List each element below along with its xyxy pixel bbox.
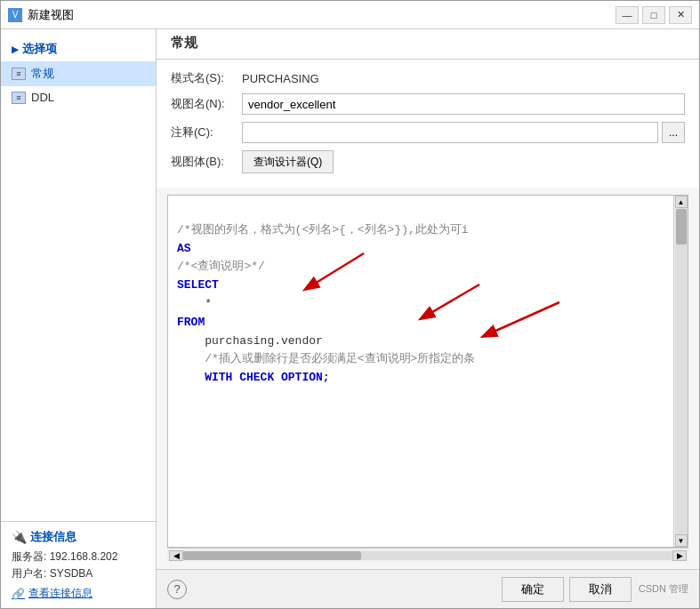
view-name-label: 视图名(N): [171, 96, 242, 112]
view-connection-label: 查看连接信息 [28, 586, 93, 601]
connection-info-header: 🔌 连接信息 [12, 529, 145, 545]
form-area: 模式名(S): PURCHASING 视图名(N): 注释(C): ... [157, 60, 699, 188]
content-area: ▶ 选择项 ≡ 常规 ≡ DDL 🔌 连接信息 [1, 29, 699, 608]
view-body-row: 视图体(B): 查询设计器(Q) [171, 150, 685, 173]
schema-row: 模式名(S): PURCHASING [171, 70, 685, 86]
vertical-scrollbar[interactable]: ▲ ▼ [673, 196, 688, 547]
close-button[interactable]: ✕ [669, 6, 692, 24]
view-body-label: 视图体(B): [171, 154, 242, 170]
view-name-input[interactable] [242, 93, 685, 115]
window-icon: V [8, 8, 22, 22]
scroll-down-arrow[interactable]: ▼ [675, 534, 688, 547]
sidebar-item-changgui[interactable]: ≡ 常规 [1, 61, 156, 86]
sidebar-item-changgui-label: 常规 [31, 66, 54, 82]
code-line-6: FROM [177, 316, 205, 329]
comment-input-group: ... [242, 122, 685, 143]
scroll-thumb[interactable] [676, 209, 687, 244]
changgui-icon: ≡ [12, 68, 26, 80]
connection-icon: 🔌 [12, 530, 27, 544]
schema-label: 模式名(S): [171, 70, 242, 86]
scroll-left-arrow[interactable]: ◀ [169, 550, 183, 561]
user-label: 用户名: SYSDBA [12, 565, 145, 582]
main-tab-title: 常规 [171, 35, 685, 52]
view-name-row: 视图名(N): [171, 93, 685, 115]
code-line-3: /*<查询说明>*/ [177, 260, 265, 273]
query-designer-btn[interactable]: 查询设计器(Q) [242, 150, 334, 173]
code-editor: /*视图的列名，格式为(<列名>{，<列名>}),此处为可i AS /*<查询说… [167, 195, 688, 548]
horizontal-scrollbar[interactable]: ◀ ▶ [167, 548, 688, 562]
maximize-button[interactable]: □ [642, 6, 665, 24]
code-content[interactable]: /*视图的列名，格式为(<列名>{，<列名>}),此处为可i AS /*<查询说… [168, 196, 688, 547]
sidebar-header[interactable]: ▶ 选择项 [1, 36, 156, 61]
bottom-bar: ? 确定 取消 CSDN 管理 [157, 569, 699, 608]
connection-info-section: 🔌 连接信息 服务器: 192.168.8.202 用户名: SYSDBA 🔗 … [1, 521, 156, 608]
csdn-watermark: CSDN 管理 [639, 582, 688, 596]
window-controls: — □ ✕ [616, 6, 692, 24]
sidebar: ▶ 选择项 ≡ 常规 ≡ DDL 🔌 连接信息 [1, 29, 157, 608]
code-editor-section: /*视图的列名，格式为(<列名>{，<列名>}),此处为可i AS /*<查询说… [157, 188, 699, 569]
code-line-5: * [177, 297, 212, 310]
schema-value: PURCHASING [242, 72, 319, 85]
server-label: 服务器: 192.168.8.202 [12, 549, 145, 565]
main-header: 常规 [157, 29, 699, 60]
code-line-1: /*视图的列名，格式为(<列名>{，<列名>}),此处为可i [177, 223, 469, 236]
title-bar: V 新建视图 — □ ✕ [1, 1, 699, 29]
code-line-9: WITH CHECK OPTION; [177, 371, 330, 384]
sidebar-arrow-icon: ▶ [12, 44, 19, 54]
help-icon[interactable]: ? [167, 580, 187, 599]
scroll-right-arrow[interactable]: ▶ [672, 550, 687, 561]
connection-header-label: 连接信息 [30, 529, 76, 545]
sidebar-item-ddl-label: DDL [31, 91, 54, 104]
sidebar-header-label: 选择项 [22, 41, 57, 57]
code-line-4: SELECT [177, 278, 219, 292]
sidebar-item-ddl[interactable]: ≡ DDL [1, 86, 156, 108]
main-window: V 新建视图 — □ ✕ ▶ 选择项 ≡ 常规 ≡ [0, 0, 700, 609]
scroll-track [675, 208, 688, 534]
comment-input[interactable] [242, 122, 658, 143]
h-scroll-thumb[interactable] [183, 551, 361, 560]
cancel-button[interactable]: 取消 [569, 577, 632, 602]
comment-ellipsis-btn[interactable]: ... [662, 122, 685, 143]
scroll-up-arrow[interactable]: ▲ [675, 196, 688, 208]
minimize-button[interactable]: — [616, 6, 639, 24]
ok-button[interactable]: 确定 [502, 577, 564, 602]
h-scroll-track [183, 551, 672, 560]
comment-label: 注释(C): [171, 124, 242, 140]
code-line-2: AS [177, 242, 191, 255]
comment-row: 注释(C): ... [171, 122, 685, 143]
ddl-icon: ≡ [12, 92, 26, 104]
main-panel: 常规 模式名(S): PURCHASING 视图名(N): 注释(C): [157, 29, 699, 608]
view-connection-link[interactable]: 🔗 查看连接信息 [12, 586, 145, 601]
link-icon: 🔗 [12, 588, 25, 600]
server-info: 服务器: 192.168.8.202 用户名: SYSDBA [12, 549, 145, 582]
code-line-7: purchasing.vendor [177, 334, 323, 348]
code-line-8: /*插入或删除行是否必须满足<查询说明>所指定的条 [177, 352, 475, 365]
window-title: 新建视图 [28, 7, 616, 23]
